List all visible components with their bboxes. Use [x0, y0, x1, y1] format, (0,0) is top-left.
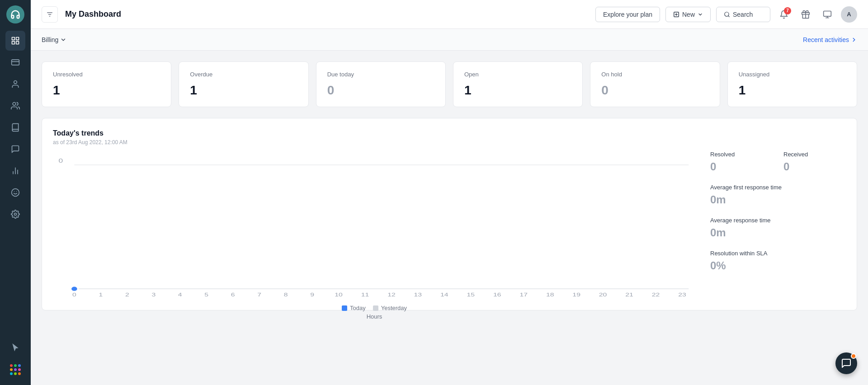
- stat-due-today[interactable]: Due today 0: [316, 61, 446, 107]
- filter-button[interactable]: [42, 6, 58, 23]
- trends-stats: Resolved 0 Received 0 Average first resp…: [710, 129, 846, 299]
- explore-plan-button[interactable]: Explore your plan: [595, 7, 660, 22]
- sidebar-item-tickets[interactable]: [5, 52, 25, 72]
- stat-open-label: Open: [464, 71, 571, 78]
- page-title: My Dashboard: [65, 9, 121, 19]
- help-icon: [823, 10, 832, 19]
- app-logo[interactable]: [6, 5, 24, 23]
- sidebar-item-contacts[interactable]: [5, 74, 25, 94]
- svg-text:23: 23: [678, 292, 686, 297]
- svg-text:14: 14: [440, 292, 448, 297]
- sidebar-item-reports[interactable]: [5, 161, 25, 181]
- svg-text:9: 9: [310, 292, 314, 297]
- gift-button[interactable]: [797, 6, 814, 23]
- trend-avg-response-value: 0m: [710, 226, 773, 239]
- new-button[interactable]: New: [665, 7, 711, 22]
- stat-unassigned[interactable]: Unassigned 1: [727, 61, 857, 107]
- sidebar-item-settings[interactable]: [5, 204, 25, 224]
- svg-text:20: 20: [599, 292, 607, 297]
- svg-text:8: 8: [284, 292, 288, 297]
- stat-unassigned-value: 1: [739, 83, 846, 98]
- trend-avg-first-response-label: Average first response time: [710, 184, 846, 191]
- sidebar-item-conversations[interactable]: [5, 139, 25, 159]
- chart-legend: Today Yesterday: [53, 305, 696, 311]
- sidebar-item-apps[interactable]: [5, 360, 25, 380]
- svg-rect-1: [16, 38, 19, 40]
- stat-unresolved-label: Unresolved: [53, 71, 160, 78]
- stats-grid: Unresolved 1 Overdue 1 Due today 0 Open …: [42, 61, 857, 107]
- legend-yesterday-dot: [373, 305, 378, 311]
- sidebar-item-knowledge[interactable]: [5, 117, 25, 137]
- svg-text:4: 4: [178, 292, 182, 297]
- topbar: My Dashboard Explore your plan New Searc…: [31, 0, 868, 29]
- chevron-right-icon: [851, 37, 857, 43]
- trends-subtitle: as of 23rd Aug 2022, 12:00 AM: [53, 139, 696, 146]
- trend-sla-label: Resolution within SLA: [710, 250, 846, 257]
- search-label: Search: [733, 11, 753, 18]
- trend-received-value: 0: [783, 160, 846, 173]
- svg-text:5: 5: [204, 292, 208, 297]
- user-avatar[interactable]: A: [841, 6, 857, 23]
- stat-overdue-label: Overdue: [190, 71, 297, 78]
- svg-text:16: 16: [493, 292, 501, 297]
- search-button[interactable]: Search: [716, 7, 770, 22]
- sidebar-item-cursor: [5, 338, 25, 358]
- trends-section: Today's trends as of 23rd Aug 2022, 12:0…: [42, 118, 857, 310]
- svg-text:15: 15: [467, 292, 475, 297]
- stat-on-hold[interactable]: On hold 0: [590, 61, 720, 107]
- svg-text:10: 10: [335, 292, 343, 297]
- apps-grid-icon: [10, 364, 21, 375]
- recent-activities-link[interactable]: Recent activities: [803, 36, 857, 43]
- stat-unassigned-label: Unassigned: [739, 71, 846, 78]
- svg-point-13: [14, 213, 17, 216]
- sidebar-item-feedback[interactable]: [5, 183, 25, 202]
- content-area: Unresolved 1 Overdue 1 Due today 0 Open …: [31, 51, 868, 385]
- svg-point-5: [14, 81, 17, 84]
- trends-chart-area: Today's trends as of 23rd Aug 2022, 12:0…: [53, 129, 696, 299]
- svg-rect-2: [12, 42, 15, 44]
- billing-dropdown[interactable]: Billing: [42, 36, 66, 43]
- stat-due-today-label: Due today: [327, 71, 434, 78]
- x-axis-label: Hours: [53, 313, 696, 320]
- sidebar: [0, 0, 31, 385]
- trend-sla-value: 0%: [710, 259, 846, 272]
- legend-today-label: Today: [350, 305, 366, 311]
- chevron-down-icon: [60, 37, 66, 43]
- trend-avg-first-response-value: 0m: [710, 193, 846, 206]
- svg-rect-0: [12, 38, 15, 40]
- svg-point-28: [71, 286, 78, 291]
- stat-open[interactable]: Open 1: [453, 61, 583, 107]
- chat-bubble-notification: [851, 353, 856, 359]
- stat-overdue[interactable]: Overdue 1: [179, 61, 308, 107]
- svg-text:0: 0: [72, 292, 76, 297]
- trend-stat-avg-first-response: Average first response time 0m: [710, 184, 846, 206]
- svg-rect-24: [824, 11, 831, 16]
- notification-button[interactable]: 7: [776, 6, 792, 23]
- svg-text:18: 18: [546, 292, 554, 297]
- svg-rect-3: [16, 42, 19, 44]
- trend-stat-sla: Resolution within SLA 0%: [710, 250, 846, 272]
- trend-stat-received: Received 0: [783, 151, 846, 173]
- svg-point-6: [13, 103, 16, 106]
- stat-due-today-value: 0: [327, 83, 434, 98]
- svg-text:17: 17: [519, 292, 528, 297]
- gift-icon: [801, 10, 810, 19]
- stat-overdue-value: 1: [190, 83, 297, 98]
- sidebar-item-groups[interactable]: [5, 96, 25, 116]
- svg-text:7: 7: [257, 292, 261, 297]
- svg-text:11: 11: [361, 292, 369, 297]
- subbar: Billing Recent activities: [31, 29, 868, 51]
- sidebar-item-dashboard[interactable]: [5, 31, 25, 51]
- chat-bubble-button[interactable]: [835, 352, 857, 374]
- trend-stat-resolved: Resolved 0: [710, 151, 773, 173]
- stat-unresolved[interactable]: Unresolved 1: [42, 61, 171, 107]
- svg-text:6: 6: [231, 292, 235, 297]
- trend-resolved-label: Resolved: [710, 151, 773, 158]
- legend-today-dot: [342, 305, 347, 311]
- svg-line-21: [728, 15, 730, 17]
- svg-text:0: 0: [59, 158, 63, 164]
- svg-text:22: 22: [652, 292, 660, 297]
- search-icon: [724, 11, 730, 18]
- chat-bubble-icon: [841, 358, 852, 369]
- help-button[interactable]: [819, 6, 835, 23]
